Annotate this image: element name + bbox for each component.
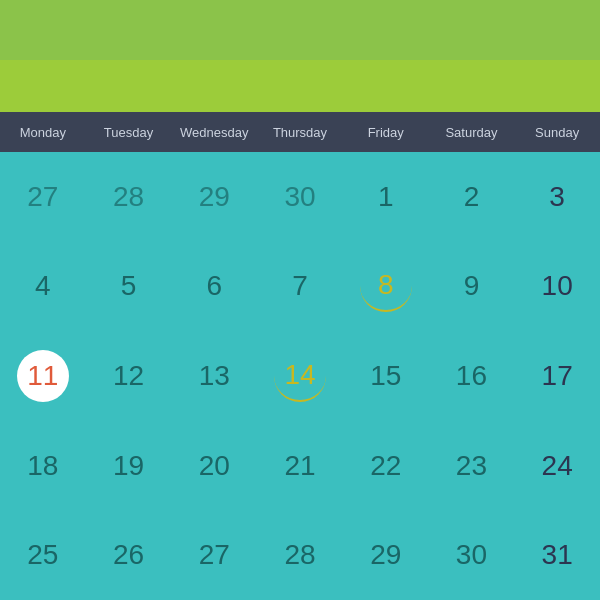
calendar-grid: 2728293012345678910111213141516171819202…: [0, 152, 600, 600]
day-name-monday: Monday: [0, 125, 86, 140]
day-number: 29: [188, 171, 240, 223]
calendar-cell[interactable]: 9: [429, 242, 515, 332]
calendar-cell[interactable]: 29: [343, 510, 429, 600]
day-number: 21: [274, 440, 326, 492]
day-number: 10: [531, 260, 583, 312]
day-name-sunday: Sunday: [514, 125, 600, 140]
calendar-cell[interactable]: 29: [171, 152, 257, 242]
calendar-cell[interactable]: 5: [86, 242, 172, 332]
day-number: 23: [445, 440, 497, 492]
day-number: 24: [531, 440, 583, 492]
calendar-cell[interactable]: 31: [514, 510, 600, 600]
day-number: 15: [360, 350, 412, 402]
day-number: 2: [445, 171, 497, 223]
day-number: 11: [17, 350, 69, 402]
calendar-cell[interactable]: 26: [86, 510, 172, 600]
day-number: 4: [17, 260, 69, 312]
day-number: 16: [445, 350, 497, 402]
calendar-cell[interactable]: 14: [257, 331, 343, 421]
day-number: 28: [103, 171, 155, 223]
calendar-cell[interactable]: 23: [429, 421, 515, 511]
calendar-cell[interactable]: 13: [171, 331, 257, 421]
day-number: 26: [103, 529, 155, 581]
calendar-cell[interactable]: 22: [343, 421, 429, 511]
day-number: 8: [360, 260, 412, 312]
day-number: 9: [445, 260, 497, 312]
month-nav: [0, 60, 600, 112]
calendar-cell[interactable]: 3: [514, 152, 600, 242]
calendar-cell[interactable]: 18: [0, 421, 86, 511]
day-number: 30: [274, 171, 326, 223]
calendar-cell[interactable]: 19: [86, 421, 172, 511]
calendar-cell[interactable]: 25: [0, 510, 86, 600]
day-number: 17: [531, 350, 583, 402]
day-number: 31: [531, 529, 583, 581]
day-number: 29: [360, 529, 412, 581]
calendar-cell[interactable]: 20: [171, 421, 257, 511]
calendar-cell[interactable]: 11: [0, 331, 86, 421]
calendar-cell[interactable]: 30: [429, 510, 515, 600]
day-number: 22: [360, 440, 412, 492]
day-number: 14: [274, 350, 326, 402]
calendar-cell[interactable]: 28: [86, 152, 172, 242]
calendar-cell[interactable]: 27: [0, 152, 86, 242]
day-number: 1: [360, 171, 412, 223]
calendar-cell[interactable]: 30: [257, 152, 343, 242]
day-number: 3: [531, 171, 583, 223]
day-number: 13: [188, 350, 240, 402]
calendar-cell[interactable]: 21: [257, 421, 343, 511]
calendar: MondayTuesdayWednesdayThursdayFridaySatu…: [0, 0, 600, 600]
calendar-cell[interactable]: 12: [86, 331, 172, 421]
day-name-wednesday: Wednesday: [171, 125, 257, 140]
day-number: 27: [188, 529, 240, 581]
calendar-cell[interactable]: 1: [343, 152, 429, 242]
day-number: 28: [274, 529, 326, 581]
day-name-thursday: Thursday: [257, 125, 343, 140]
calendar-cell[interactable]: 17: [514, 331, 600, 421]
calendar-cell[interactable]: 4: [0, 242, 86, 332]
day-number: 20: [188, 440, 240, 492]
day-name-friday: Friday: [343, 125, 429, 140]
calendar-cell[interactable]: 16: [429, 331, 515, 421]
day-number: 6: [188, 260, 240, 312]
calendar-cell[interactable]: 27: [171, 510, 257, 600]
calendar-cell[interactable]: 10: [514, 242, 600, 332]
calendar-cell[interactable]: 15: [343, 331, 429, 421]
day-number: 18: [17, 440, 69, 492]
calendar-cell[interactable]: 28: [257, 510, 343, 600]
day-number: 25: [17, 529, 69, 581]
day-number: 19: [103, 440, 155, 492]
calendar-cell[interactable]: 6: [171, 242, 257, 332]
day-name-tuesday: Tuesday: [86, 125, 172, 140]
day-number: 30: [445, 529, 497, 581]
day-name-saturday: Saturday: [429, 125, 515, 140]
day-number: 7: [274, 260, 326, 312]
day-number: 27: [17, 171, 69, 223]
calendar-cell[interactable]: 2: [429, 152, 515, 242]
calendar-cell[interactable]: 24: [514, 421, 600, 511]
year-header: [0, 0, 600, 60]
calendar-cell[interactable]: 8: [343, 242, 429, 332]
day-number: 5: [103, 260, 155, 312]
calendar-cell[interactable]: 7: [257, 242, 343, 332]
day-names-row: MondayTuesdayWednesdayThursdayFridaySatu…: [0, 112, 600, 152]
day-number: 12: [103, 350, 155, 402]
